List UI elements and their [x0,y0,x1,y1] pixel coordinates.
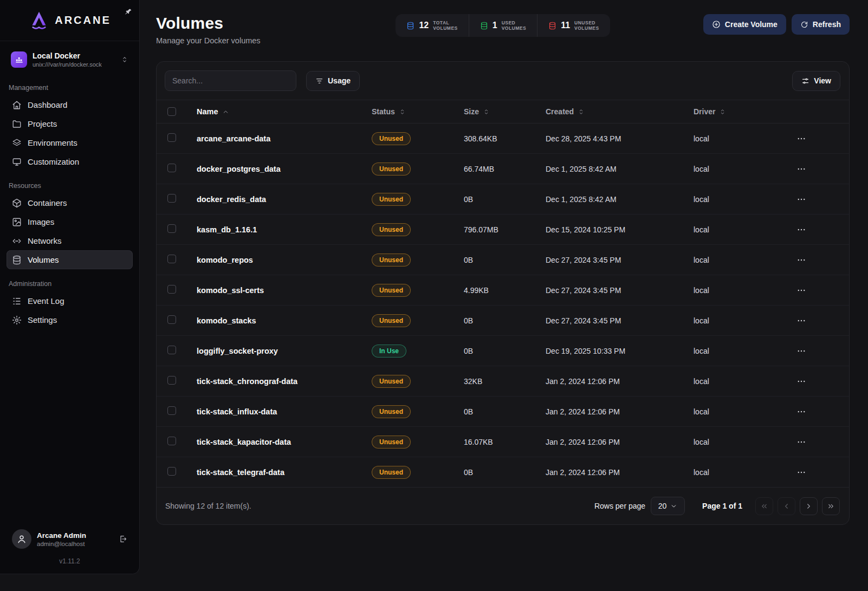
row-checkbox[interactable] [167,346,176,354]
row-actions-button[interactable] [793,191,809,207]
sort-asc-icon[interactable] [222,108,229,115]
row-checkbox[interactable] [167,437,176,445]
row-checkbox[interactable] [167,376,176,385]
row-checkbox-cell [157,437,189,447]
usage-filter-button[interactable]: Usage [306,71,360,91]
last-page-button[interactable] [822,497,840,515]
status-badge: Unused [372,466,411,479]
sidebar-item-projects[interactable]: Projects [7,114,133,133]
view-button[interactable]: View [792,71,840,91]
volume-name: komodo_repos [189,256,372,264]
row-actions-cell [753,464,849,480]
volume-status: Unused [372,254,464,267]
volume-driver: local [694,256,753,264]
status-badge: Unused [372,314,411,327]
refresh-button[interactable]: Refresh [792,14,850,35]
row-checkbox-cell [157,194,189,204]
sidebar-section-label: Resources [9,182,131,190]
volume-created: Jan 2, 2024 12:06 PM [546,468,694,477]
host-selector[interactable]: Local Docker unix:///var/run/docker.sock [7,48,133,71]
row-actions-button[interactable] [793,404,809,420]
row-checkbox[interactable] [167,255,176,263]
pin-icon[interactable] [125,8,133,18]
stat-value: 12 [419,21,429,30]
image-icon [12,217,22,227]
sidebar-item-label: Dashboard [28,100,67,109]
row-actions-button[interactable] [793,252,809,268]
row-checkbox-cell [157,315,189,326]
row-checkbox[interactable] [167,467,176,476]
row-checkbox[interactable] [167,224,176,233]
row-checkbox[interactable] [167,315,176,324]
prev-page-button[interactable] [778,497,795,515]
sidebar-item-environments[interactable]: Environments [7,133,133,152]
row-checkbox[interactable] [167,285,176,294]
volume-name: tick-stack_chronograf-data [189,377,372,386]
column-header-status[interactable]: Status [372,107,464,116]
sidebar-section-label: Administration [9,280,131,288]
user-menu[interactable]: Arcane Admin admin@localhost [8,525,132,553]
volume-name: tick-stack_influx-data [189,407,372,416]
volume-size: 0B [464,407,546,416]
column-header-created[interactable]: Created [546,107,694,116]
volume-size: 308.64KB [464,134,546,143]
stat-unused: 11UNUSEDVOLUMES [537,14,610,37]
create-volume-button[interactable]: Create Volume [703,14,786,35]
row-checkbox-cell [157,406,189,417]
row-actions-button[interactable] [793,282,809,298]
row-checkbox-cell [157,224,189,235]
sidebar-item-containers[interactable]: Containers [7,193,133,212]
table-row: kasm_db_1.16.1Unused796.07MBDec 15, 2024… [157,215,849,245]
sort-toggle-icon[interactable] [399,108,406,115]
row-actions-button[interactable] [793,464,809,480]
select-all-checkbox[interactable] [167,107,176,116]
volume-status: Unused [372,284,464,297]
volume-status: Unused [372,436,464,449]
sidebar-item-images[interactable]: Images [7,212,133,231]
row-checkbox[interactable] [167,133,176,142]
row-checkbox[interactable] [167,406,176,415]
sidebar-item-label: Images [28,217,54,226]
row-checkbox[interactable] [167,194,176,203]
search-input[interactable] [165,70,296,91]
status-badge: Unused [372,405,411,418]
showing-text: Showing 12 of 12 item(s). [165,502,251,510]
rows-per-page-select[interactable]: 20 [651,497,685,515]
volume-size: 0B [464,468,546,477]
folder-icon [12,119,22,129]
row-actions-button[interactable] [793,161,809,177]
column-label: Created [546,107,574,116]
row-actions-button[interactable] [793,434,809,450]
row-actions-button[interactable] [793,313,809,329]
sidebar-item-label: Customization [28,157,79,166]
settings-icon [12,315,22,325]
sidebar-item-volumes[interactable]: Volumes [7,250,133,269]
volume-name: tick-stack_kapacitor-data [189,438,372,446]
logout-icon[interactable] [119,535,127,543]
sort-toggle-icon[interactable] [578,108,585,115]
rows-per-page-value: 20 [658,502,667,510]
column-header-size[interactable]: Size [464,107,546,116]
sidebar-item-dashboard[interactable]: Dashboard [7,95,133,114]
stat-total: 12TOTALVOLUMES [396,14,468,37]
volume-driver: local [694,407,753,416]
column-header-driver[interactable]: Driver [694,107,753,116]
sidebar-item-event-log[interactable]: Event Log [7,291,133,310]
column-header-name[interactable]: Name [189,107,372,116]
sort-toggle-icon[interactable] [483,108,490,115]
stat-used: 1USEDVOLUMES [469,14,537,37]
sort-toggle-icon[interactable] [719,108,726,115]
sidebar-item-networks[interactable]: Networks [7,231,133,250]
sidebar-item-customization[interactable]: Customization [7,152,133,171]
next-page-button[interactable] [800,497,818,515]
row-actions-button[interactable] [793,222,809,238]
table-header: NameStatusSizeCreatedDriver [157,100,849,124]
row-actions-button[interactable] [793,131,809,147]
sidebar-item-settings[interactable]: Settings [7,310,133,329]
arcane-logo-icon [28,10,50,31]
row-actions-button[interactable] [793,373,809,389]
first-page-button[interactable] [755,497,773,515]
row-actions-button[interactable] [793,343,809,359]
volume-name: tick-stack_telegraf-data [189,468,372,477]
row-checkbox[interactable] [167,164,176,172]
